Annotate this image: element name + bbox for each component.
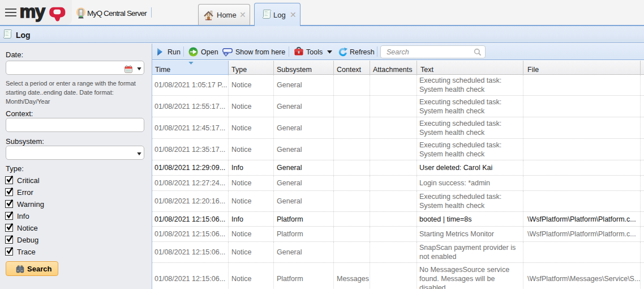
svg-text:my: my xyxy=(20,5,45,22)
